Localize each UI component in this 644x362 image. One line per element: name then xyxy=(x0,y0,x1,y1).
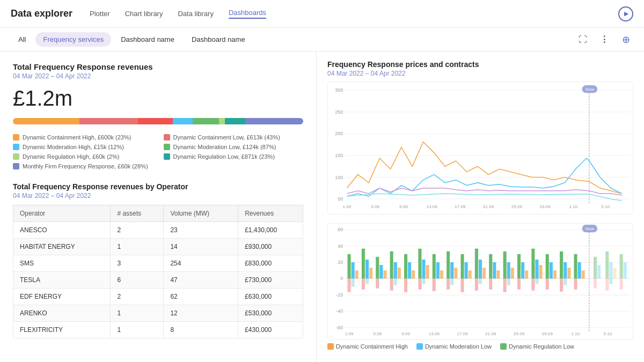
revenue-amount: £1.2m xyxy=(13,86,303,110)
svg-rect-97 xyxy=(517,254,521,279)
svg-text:17.09: 17.09 xyxy=(457,331,468,336)
svg-text:1.10: 1.10 xyxy=(569,204,578,209)
header: Data explorer Plotter Chart library Data… xyxy=(0,0,644,28)
fullscreen-button[interactable]: ⛶ xyxy=(575,32,590,47)
svg-rect-43 xyxy=(352,262,355,278)
bar-segment-3 xyxy=(138,118,173,124)
svg-rect-51 xyxy=(365,279,369,284)
table-row: ARENKO112£530,000 xyxy=(13,305,303,322)
svg-rect-107 xyxy=(550,262,553,278)
play-button[interactable]: ▶ xyxy=(618,6,633,21)
svg-rect-88 xyxy=(489,254,492,279)
nav-plotter[interactable]: Plotter xyxy=(90,10,110,18)
operator-section: Total Frequency Response revenues by Ope… xyxy=(13,182,303,338)
svg-text:20: 20 xyxy=(338,260,343,265)
svg-text:300: 300 xyxy=(335,87,343,93)
tab-frequency-services[interactable]: Frequency services xyxy=(35,32,111,47)
svg-rect-48 xyxy=(365,260,369,279)
tab-dashboard-name-1[interactable]: Dashboard name xyxy=(113,32,182,47)
add-dashboard-button[interactable]: ⊕ xyxy=(618,32,633,47)
svg-rect-86 xyxy=(475,279,478,291)
more-button[interactable]: ⋮ xyxy=(597,32,612,47)
cell-revenues: £930,000 xyxy=(238,239,303,255)
tab-dashboard-name-2[interactable]: Dashboard name xyxy=(184,32,253,47)
svg-rect-76 xyxy=(454,268,457,279)
svg-text:21.09: 21.09 xyxy=(483,204,494,209)
more-icon: ⋮ xyxy=(600,34,609,45)
svg-text:50: 50 xyxy=(338,196,343,202)
svg-text:5.09: 5.09 xyxy=(373,331,382,336)
svg-text:200: 200 xyxy=(335,131,343,136)
svg-text:-40: -40 xyxy=(336,309,343,314)
svg-rect-116 xyxy=(578,262,581,278)
table-row: TESLA647£730,000 xyxy=(13,272,303,289)
legend-containment-high: Dynamic Containment High xyxy=(327,343,408,350)
svg-rect-105 xyxy=(535,279,538,284)
svg-rect-123 xyxy=(609,262,612,278)
tabs-actions: ⛶ ⋮ ⊕ xyxy=(575,32,633,47)
legend-item-3: Dynamic Moderation High, £15k (12%) xyxy=(13,144,153,150)
table-row: EDF ENERGY262£630,000 xyxy=(13,289,303,305)
cell-operator: TESLA xyxy=(13,272,111,289)
svg-text:5.10: 5.10 xyxy=(603,331,612,336)
svg-rect-62 xyxy=(408,262,411,278)
svg-rect-49 xyxy=(369,268,372,279)
fullscreen-icon: ⛶ xyxy=(579,35,587,45)
right-panel: Frequency Response prices and contracts … xyxy=(317,51,644,362)
bar-chart-legend: Dynamic Containment High Dynamic Moderat… xyxy=(327,343,633,350)
svg-rect-54 xyxy=(383,271,386,279)
add-icon: ⊕ xyxy=(622,34,630,46)
legend-label-5: Dynamic Regulation High, £60k (2%) xyxy=(23,153,119,160)
svg-rect-44 xyxy=(355,271,358,279)
cell-volume: 8 xyxy=(164,322,238,338)
table-row: FLEXITRICITY18£430,000 xyxy=(13,322,303,338)
cell-revenues: £430,000 xyxy=(238,322,303,338)
bar-chart-container: 60 40 20 0 -20 -40 -60 xyxy=(327,223,633,340)
svg-rect-126 xyxy=(609,279,612,284)
svg-rect-117 xyxy=(582,271,585,279)
legend-color-4 xyxy=(164,144,170,150)
svg-rect-120 xyxy=(597,265,601,279)
cell-volume: 62 xyxy=(164,289,238,305)
bar-segment-1 xyxy=(13,118,79,124)
svg-text:29.09: 29.09 xyxy=(540,204,551,209)
cell-operator: EDF ENERGY xyxy=(13,289,111,305)
svg-rect-128 xyxy=(624,262,627,278)
line-chart-section: Frequency Response prices and contracts … xyxy=(327,60,633,215)
cell-assets: 3 xyxy=(111,255,164,272)
svg-rect-91 xyxy=(489,279,492,290)
cell-volume: 47 xyxy=(164,272,238,289)
cell-operator: FLEXITRICITY xyxy=(13,322,111,338)
svg-rect-111 xyxy=(564,262,567,278)
svg-text:1.09: 1.09 xyxy=(345,331,354,336)
bar-segment-8 xyxy=(245,118,303,124)
tab-all[interactable]: All xyxy=(11,32,33,47)
svg-rect-47 xyxy=(362,249,365,279)
bar-segment-5 xyxy=(193,118,219,124)
legend-color-7 xyxy=(13,163,19,169)
nav-chart-library[interactable]: Chart library xyxy=(125,10,163,18)
line-chart-date: 04 Mar 2022 – 04 Apr 2022 xyxy=(327,70,633,77)
operator-title: Total Frequency Response revenues by Ope… xyxy=(13,182,303,191)
legend-label-1: Dynamic Containment High, £600k (23%) xyxy=(23,134,131,141)
table-row: SMS3254£830,000 xyxy=(13,255,303,272)
col-assets: # assets xyxy=(111,205,164,222)
svg-rect-57 xyxy=(394,262,397,278)
svg-rect-98 xyxy=(521,262,524,278)
svg-rect-101 xyxy=(531,249,535,279)
nav-data-library[interactable]: Data library xyxy=(178,10,213,18)
svg-rect-113 xyxy=(560,279,563,292)
nav-dashboards[interactable]: Dashboards xyxy=(229,9,266,19)
svg-rect-78 xyxy=(450,279,453,285)
legend-dot-regulation xyxy=(500,343,507,350)
svg-rect-106 xyxy=(546,254,549,279)
play-icon: ▶ xyxy=(624,10,628,17)
svg-text:60: 60 xyxy=(338,227,343,233)
svg-rect-67 xyxy=(426,265,429,279)
table-header-row: Operator # assets Volume (MW) Revenues xyxy=(13,205,303,222)
cell-volume: 12 xyxy=(164,305,238,322)
legend-dot-containment xyxy=(327,343,334,350)
svg-text:-20: -20 xyxy=(336,292,343,298)
svg-rect-85 xyxy=(482,268,486,279)
header-actions: ▶ xyxy=(618,6,633,21)
